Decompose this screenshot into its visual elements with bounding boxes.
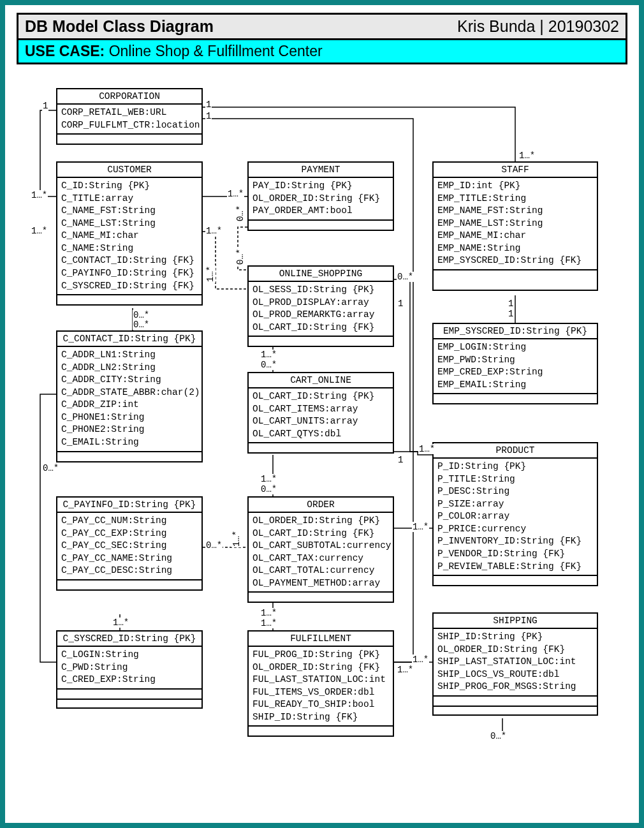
attr: C_PHONE2:String	[61, 424, 198, 436]
attr: C_CONTACT_ID:String {FK}	[61, 255, 198, 267]
class-ops	[249, 443, 393, 452]
class-attrs: P_ID:String {PK} P_TITLE:String P_DESC:S…	[434, 459, 597, 576]
mult-label: 1…*	[231, 530, 242, 547]
attr: C_LOGIN:String	[61, 649, 198, 662]
mult-label: 0…*	[490, 731, 507, 741]
mult-label: 1…*	[260, 618, 277, 628]
attr: C_EMAIL:String	[61, 436, 198, 449]
mult-label: 1	[508, 309, 514, 319]
class-payment: PAYMENT PAY_ID:String {PK} OL_ORDER_ID:S…	[247, 161, 394, 231]
class-ops	[249, 221, 393, 230]
mult-label: 1	[205, 100, 212, 110]
class-attrs: C_PAY_CC_NUM:String C_PAY_CC_EXP:String …	[57, 513, 201, 580]
attr: C_PAY_CC_NAME:String	[61, 552, 198, 565]
attr: OL_CART_ID:String {FK}	[252, 322, 389, 334]
mult-label: 1	[397, 299, 404, 309]
attr: P_PRICE:currency	[437, 523, 593, 536]
attr: OL_PROD_DISPLAY:array	[252, 297, 389, 309]
attr: C_PAYINFO_ID:String {FK}	[61, 267, 198, 280]
class-title: PRODUCT	[434, 443, 597, 459]
attr: FUL_PROG_ID:String {PK}	[252, 649, 389, 662]
class-c-contact: C_CONTACT_ID:String {PK} C_ADDR_LN1:Stri…	[56, 330, 203, 462]
mult-label: 1	[397, 455, 404, 465]
class-online-shopping: ONLINE_SHOPPING OL_SESS_ID:String {PK} O…	[247, 265, 394, 347]
mult-label: 0…*	[133, 320, 150, 330]
class-product: PRODUCT P_ID:String {PK} P_TITLE:String …	[432, 442, 598, 586]
class-title: PAYMENT	[249, 163, 393, 178]
mult-label: 1…*	[205, 226, 223, 236]
class-corporation: CORPORATION CORP_RETAIL_WEB:URL CORP_FUL…	[56, 88, 203, 145]
attr: P_REVIEW_TABLE:String {FK}	[437, 561, 593, 573]
attr: C_TITLE:array	[61, 193, 198, 205]
mult-label: 0…*	[260, 484, 277, 494]
attr: OL_CART_UNITS:array	[252, 415, 389, 428]
attr: OL_CART_TAX:currency	[252, 552, 389, 565]
attr: FUL_LAST_STATION_LOC:int	[252, 674, 389, 686]
mult-label: 1…*	[518, 151, 536, 161]
class-title: ORDER	[249, 498, 393, 513]
attr: P_DESC:String	[437, 485, 593, 498]
mult-label: 1…*	[412, 522, 429, 532]
class-title: ONLINE_SHOPPING	[249, 267, 393, 282]
attr: C_PHONE1:String	[61, 411, 198, 424]
class-attrs: OL_SESS_ID:String {PK} OL_PROD_DISPLAY:a…	[249, 282, 393, 337]
class-ops	[57, 135, 201, 144]
mult-label: 0…*	[260, 360, 277, 370]
title-bar: DB Model Class Diagram Kris Bunda | 2019…	[17, 13, 627, 40]
mult-label: 0…*	[235, 205, 245, 222]
class-title: CORPORATION	[57, 89, 201, 105]
mult-label: 1	[508, 299, 514, 309]
class-staff: STAFF EMP_ID:int {PK} EMP_TITLE:String E…	[432, 161, 598, 291]
class-c-payinfo: C_PAYINFO_ID:String {PK} C_PAY_CC_NUM:St…	[56, 496, 203, 591]
class-fulfillment: FULFILLMENT FUL_PROG_ID:String {PK} OL_O…	[247, 630, 394, 737]
attr: SHIP_LAST_STATION_LOC:int	[437, 656, 593, 669]
attr: EMP_CRED_EXP:String	[437, 366, 593, 379]
class-attrs: C_ADDR_LN1:String C_ADDR_LN2:String C_AD…	[57, 347, 201, 452]
class-ops	[434, 697, 597, 706]
attr: C_NAME:String	[61, 242, 198, 255]
attr: PAY_ID:String {PK}	[252, 180, 389, 193]
attr: OL_ORDER_ID:String {FK}	[252, 662, 389, 674]
class-attrs: PAY_ID:String {PK} OL_ORDER_ID:String {F…	[249, 178, 393, 221]
mult-label: 0…*	[133, 310, 150, 320]
attr: EMP_NAME_FST:String	[437, 205, 593, 218]
attr: C_CRED_EXP:String	[61, 674, 198, 686]
mult-label: 1…*	[260, 608, 277, 618]
attr: OL_CART_ID:String {FK}	[252, 528, 389, 540]
attr: C_NAME_LST:String	[61, 218, 198, 230]
class-ops	[57, 452, 201, 461]
attr: C_PAY_CC_NUM:String	[61, 515, 198, 528]
class-attrs: FUL_PROG_ID:String {PK} OL_ORDER_ID:Stri…	[249, 647, 393, 727]
class-ops	[249, 727, 393, 736]
attr: CORP_RETAIL_WEB:URL	[61, 107, 198, 119]
attr: C_PAY_CC_DESC:String	[61, 565, 198, 577]
class-ops	[434, 394, 597, 403]
usecase-label: USE CASE:	[25, 43, 105, 59]
attr: OL_CART_SUBTOTAL:currency	[252, 540, 389, 552]
mult-label: 1…*	[260, 474, 277, 484]
attr: SHIP_LOCS_VS_ROUTE:dbl	[437, 669, 593, 681]
class-title: FULFILLMENT	[249, 632, 393, 647]
usecase-bar: USE CASE: Online Shop & Fulfillment Cent…	[17, 40, 627, 64]
attr: P_TITLE:String	[437, 473, 593, 486]
header: DB Model Class Diagram Kris Bunda | 2019…	[17, 13, 627, 64]
mult-label: 1…*	[205, 265, 216, 283]
class-title: C_SYSCRED_ID:String {PK}	[57, 632, 201, 647]
class-cart-online: CART_ONLINE OL_CART_ID:String {PK} OL_CA…	[247, 372, 394, 454]
class-attrs: OL_ORDER_ID:String {PK} OL_CART_ID:Strin…	[249, 513, 393, 593]
attr: P_INVENTORY_ID:String {FK}	[437, 535, 593, 548]
class-title: SHIPPING	[434, 614, 597, 629]
attr: OL_CART_ITEMS:array	[252, 403, 389, 416]
diagram-title: DB Model Class Diagram	[25, 17, 214, 36]
attr: EMP_SYSCRED_ID:String {FK}	[437, 255, 593, 267]
class-title: C_CONTACT_ID:String {PK}	[57, 332, 201, 347]
attr: P_COLOR:array	[437, 510, 593, 523]
mult-label: 1…*	[412, 654, 429, 665]
attr: SHIP_ID:String {PK}	[437, 631, 593, 644]
attr: FUL_ITEMS_VS_ORDER:dbl	[252, 686, 389, 699]
attr: C_ADDR_ZIP:int	[61, 399, 198, 411]
mult-label: 0…*	[205, 540, 223, 551]
class-emp-syscred: EMP_SYSCRED_ID:String {PK} EMP_LOGIN:Str…	[432, 323, 598, 404]
attr: EMP_ID:int {PK}	[437, 180, 593, 193]
attr: OL_CART_TOTAL:currency	[252, 565, 389, 577]
